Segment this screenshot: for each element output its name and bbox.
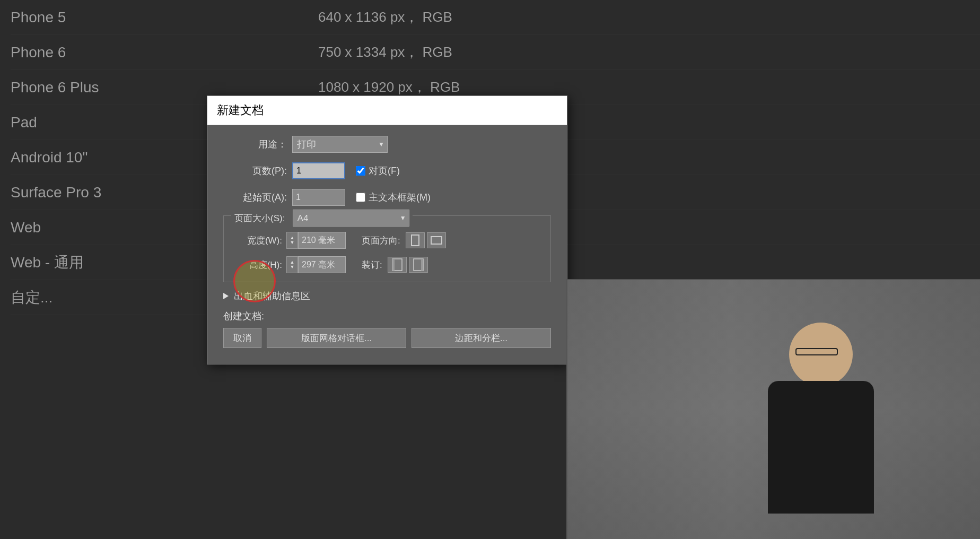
page-size-select-wrapper: A4: [293, 210, 409, 227]
purpose-row: 用途： 打印: [223, 136, 551, 153]
spinner-down-icon: ▼: [290, 240, 295, 245]
orientation-label: 页面方向:: [362, 234, 400, 247]
bind-right-icon: [413, 258, 424, 271]
height-spinner-btn[interactable]: ▲ ▼: [286, 256, 298, 273]
width-input[interactable]: [298, 232, 346, 249]
portrait-button[interactable]: [406, 232, 425, 248]
dialog-titlebar: 新建文档: [207, 96, 567, 125]
start-page-label: 起始页(A):: [223, 191, 287, 204]
create-label: 创建文档:: [223, 310, 551, 323]
cancel-button[interactable]: 取消: [223, 328, 261, 348]
orientation-section: 页面方向:: [362, 232, 448, 248]
master-text-label: 主文本框架(M): [369, 191, 431, 204]
facing-pages-checkbox[interactable]: [356, 166, 365, 176]
binding-label: 装订:: [362, 259, 382, 271]
width-row: 宽度(W): ▲ ▼ 页面方向:: [234, 232, 540, 249]
bind-right-button[interactable]: [409, 257, 428, 273]
facing-pages-row: 对页(F): [356, 164, 400, 177]
triangle-right-icon: [223, 293, 229, 299]
master-text-checkbox[interactable]: [356, 193, 365, 202]
start-page-row: 起始页(A): 主文本框架(M): [223, 189, 551, 206]
bleed-label: 出血和辅助信息区: [234, 290, 310, 302]
buttons-row: 取消 版面网格对话框... 边距和分栏...: [223, 328, 551, 348]
pages-row: 页数(P): 对页(F): [223, 162, 551, 179]
width-spinner: ▲ ▼: [286, 232, 346, 249]
glasses: [795, 348, 838, 355]
video-person: [567, 280, 980, 539]
height-spinner: ▲ ▼: [286, 256, 346, 273]
bleed-toggle[interactable]: 出血和辅助信息区: [223, 290, 551, 302]
width-label: 宽度(W):: [234, 234, 282, 247]
bleed-section: 出血和辅助信息区: [223, 290, 551, 302]
page-size-section-label: 页面大小(S):: [234, 213, 285, 223]
video-thumbnail: [566, 279, 980, 539]
binding-section: 装订:: [362, 257, 430, 273]
grid-dialog-button[interactable]: 版面网格对话框...: [267, 328, 406, 348]
new-document-dialog: 新建文档 用途： 打印 页数(P): 对页(F) 起始页(A):: [207, 95, 567, 364]
portrait-icon: [410, 234, 420, 246]
pages-label: 页数(P):: [223, 164, 287, 177]
purpose-select-wrapper: 打印: [292, 136, 388, 153]
spinner-down-icon: ▼: [290, 265, 295, 270]
person-body: [768, 381, 874, 514]
margin-column-button[interactable]: 边距和分栏...: [412, 328, 551, 348]
bind-left-button[interactable]: [388, 257, 407, 273]
purpose-label: 用途：: [223, 138, 287, 151]
svg-rect-1: [431, 237, 442, 244]
height-input[interactable]: [298, 256, 346, 273]
page-size-select[interactable]: A4: [293, 210, 409, 227]
svg-rect-5: [421, 259, 423, 271]
width-spinner-btn[interactable]: ▲ ▼: [286, 232, 298, 249]
purpose-select[interactable]: 打印: [292, 136, 388, 153]
landscape-icon: [431, 236, 442, 245]
page-size-legend: 页面大小(S): A4: [231, 210, 413, 227]
create-section: 创建文档: 取消 版面网格对话框... 边距和分栏...: [223, 310, 551, 348]
pages-input[interactable]: [292, 162, 345, 179]
facing-pages-label: 对页(F): [369, 164, 400, 177]
start-page-input[interactable]: [292, 189, 345, 206]
master-text-row: 主文本框架(M): [356, 191, 431, 204]
height-label: 高度(H):: [234, 259, 282, 271]
svg-rect-0: [412, 235, 419, 246]
landscape-button[interactable]: [427, 232, 446, 248]
height-row: 高度(H): ▲ ▼ 装订:: [234, 256, 540, 273]
svg-rect-3: [392, 259, 395, 271]
dialog-title: 新建文档: [217, 103, 264, 117]
bind-left-icon: [392, 258, 402, 271]
page-size-section: 页面大小(S): A4 宽度(W): ▲ ▼: [223, 215, 551, 282]
dialog-body: 用途： 打印 页数(P): 对页(F) 起始页(A): 主文本框架(M): [207, 125, 567, 364]
